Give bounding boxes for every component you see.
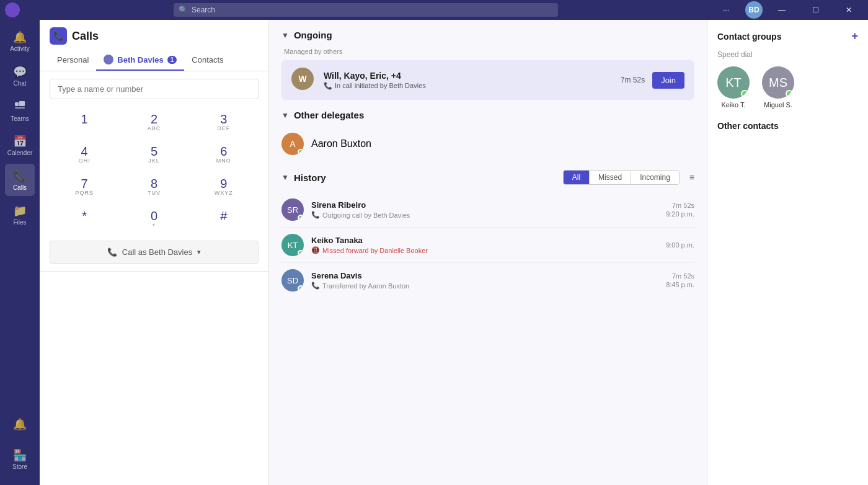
profile-avatar[interactable]: BD [745, 1, 763, 19]
search-input[interactable] [192, 6, 553, 14]
sidebar-item-activity[interactable]: 🔔 Activity [5, 25, 35, 57]
join-button[interactable]: Join [652, 72, 684, 89]
history-item-keiko: KT Keiko Tanaka 📵 Missed forward by Dani… [281, 228, 694, 263]
activity-icon: 🔔 [13, 30, 27, 44]
history-meta-sirena: 7m 52s 9:20 p.m. [666, 202, 694, 218]
dialpad-key-8[interactable]: 8TUV [119, 171, 188, 203]
history-time-serena: 8:45 p.m. [666, 281, 694, 288]
dialpad-key-6[interactable]: 6MNO [189, 139, 259, 171]
speed-dial-list: KT Keiko T. MS Miguel S. [717, 66, 858, 109]
svg-rect-0 [15, 102, 19, 106]
sidebar-item-store[interactable]: 🏪 Store [5, 443, 35, 475]
dialpad-key-7[interactable]: 7PQRS [50, 171, 119, 203]
teams-icon [14, 99, 26, 114]
search-bar[interactable]: 🔍 [174, 3, 558, 17]
dialpad-key-5[interactable]: 5JKL [119, 139, 188, 171]
ongoing-call-info: Will, Kayo, Eric, +4 📞 In call initiated… [324, 71, 613, 90]
speed-dial-title: Speed dial [717, 50, 858, 59]
history-sub-sirena: 📞 Outgoing call by Beth Davies [311, 211, 658, 219]
speed-dial-keiko[interactable]: KT Keiko T. [717, 66, 750, 109]
dialpad-input[interactable] [50, 79, 259, 99]
history-duration-sirena: 7m 52s [666, 202, 694, 209]
tab-personal[interactable]: Personal [50, 50, 96, 71]
history-item-sirena: SR Sirena Ribeiro 📞 Outgoing call by Bet… [281, 192, 694, 228]
maximize-button[interactable]: ☐ [801, 0, 830, 20]
sidebar-item-files[interactable]: 📁 Files [5, 198, 35, 231]
speed-dial-initials-miguel: MS [769, 76, 787, 90]
history-item-serena: SD Serena Davis 📞 Transferred by Aaron B… [281, 263, 694, 298]
history-filter-group: All Missed Incoming [563, 170, 680, 185]
history-subtitle-keiko: Missed forward by Danielle Booker [322, 247, 428, 254]
sidebar-item-chat[interactable]: 💬 Chat [5, 60, 35, 92]
history-name-keiko: Keiko Tanaka [311, 236, 658, 245]
history-toggle[interactable]: ▼ [281, 173, 289, 182]
dialpad-key-4[interactable]: 4GHI [50, 139, 119, 171]
sidebar-item-calls[interactable]: 📞 Calls [5, 164, 35, 196]
other-contacts-title: Other contacts [717, 121, 858, 131]
filter-incoming-button[interactable]: Incoming [631, 171, 679, 184]
chevron-down-icon: ▾ [197, 248, 201, 256]
sidebar-item-notifications[interactable]: 🔔 [5, 408, 35, 440]
sidebar-item-calendar[interactable]: 📅 Calender [5, 129, 35, 161]
dialpad-key-2[interactable]: 2ABC [119, 107, 188, 139]
dialpad-key-9[interactable]: 9WXYZ [189, 171, 259, 203]
outgoing-call-icon: 📞 [311, 211, 320, 219]
filter-options-icon[interactable]: ≡ [689, 172, 694, 182]
sidebar-bottom: 🔔 🏪 Store [5, 408, 35, 480]
calls-icon: 📞 [13, 169, 27, 183]
ongoing-call-meta: 7m 52s Join [621, 72, 684, 89]
delegates-toggle[interactable]: ▼ [281, 111, 289, 120]
speed-dial-avatar-keiko: KT [717, 66, 750, 99]
history-subtitle-sirena: Outgoing call by Beth Davies [322, 211, 410, 219]
files-icon: 📁 [13, 204, 27, 218]
notifications-icon: 🔔 [13, 417, 27, 431]
dialpad-grid: 1 2ABC 3DEF 4GHI 5JKL 6MNO 7PQRS 8TUV 9W… [50, 107, 259, 236]
sidebar-item-label: Store [12, 463, 27, 470]
history-name-sirena: Sirena Ribeiro [311, 200, 658, 210]
delegates-title: Other delegates [294, 110, 364, 120]
ongoing-call-name: Will, Kayo, Eric, +4 [324, 71, 613, 81]
online-indicator-sirena [298, 215, 304, 221]
minimize-button[interactable]: — [768, 0, 796, 20]
svg-rect-1 [19, 101, 25, 106]
dialpad-key-star[interactable]: * [50, 203, 119, 236]
chat-icon: 💬 [13, 65, 27, 79]
close-button[interactable]: ✕ [835, 0, 863, 20]
history-avatar-serena: SD [281, 269, 304, 291]
dialpad-key-0[interactable]: 0+ [119, 203, 188, 236]
ongoing-call-card: W Will, Kayo, Eric, +4 📞 In call initiat… [281, 60, 694, 100]
speed-dial-avatar-miguel: MS [762, 66, 794, 99]
managed-by-others-label: Managed by others [284, 48, 694, 55]
dialpad-key-hash[interactable]: # [189, 203, 259, 236]
speed-dial-miguel[interactable]: MS Miguel S. [762, 66, 794, 109]
titlebar-controls: ··· BD — ☐ ✕ [712, 0, 863, 20]
delegate-item: A Aaron Buxton [281, 128, 694, 160]
ongoing-call-duration: 7m 52s [621, 76, 645, 84]
tab-beth-label: Beth Davies [117, 55, 163, 65]
sidebar-item-teams[interactable]: Teams [5, 94, 35, 127]
more-button[interactable]: ··· [712, 0, 740, 20]
online-indicator-keiko [298, 250, 304, 256]
tab-contacts[interactable]: Contacts [184, 50, 231, 71]
sidebar-item-label: Chat [13, 80, 26, 87]
right-panel: Contact groups + Speed dial KT Keiko T. … [707, 20, 868, 485]
ongoing-call-sub: 📞 In call initiated by Beth Davies [324, 82, 613, 90]
call-phone-icon: 📞 [107, 247, 117, 257]
online-indicator [298, 149, 304, 155]
ongoing-toggle[interactable]: ▼ [281, 31, 289, 40]
add-contact-group-icon[interactable]: + [851, 30, 858, 43]
calls-title-icon: 📞 [50, 27, 67, 45]
speed-dial-name-miguel: Miguel S. [764, 101, 792, 109]
ongoing-call-avatar-main: W [291, 68, 314, 90]
dialpad-key-1[interactable]: 1 [50, 107, 119, 139]
panel-header: 📞 Calls Personal Beth Davies 1 Contacts [40, 20, 268, 71]
user-avatar[interactable] [5, 2, 20, 17]
history-time-keiko: 9:00 p.m. [666, 241, 694, 249]
speed-dial-name-keiko: Keiko T. [722, 101, 746, 109]
sidebar-item-label: Calls [13, 184, 27, 191]
call-button[interactable]: 📞 Call as Beth Davies ▾ [50, 241, 259, 264]
tab-beth-davies[interactable]: Beth Davies 1 [96, 50, 184, 71]
dialpad-key-3[interactable]: 3DEF [189, 107, 259, 139]
filter-missed-button[interactable]: Missed [590, 171, 631, 184]
filter-all-button[interactable]: All [564, 171, 590, 184]
